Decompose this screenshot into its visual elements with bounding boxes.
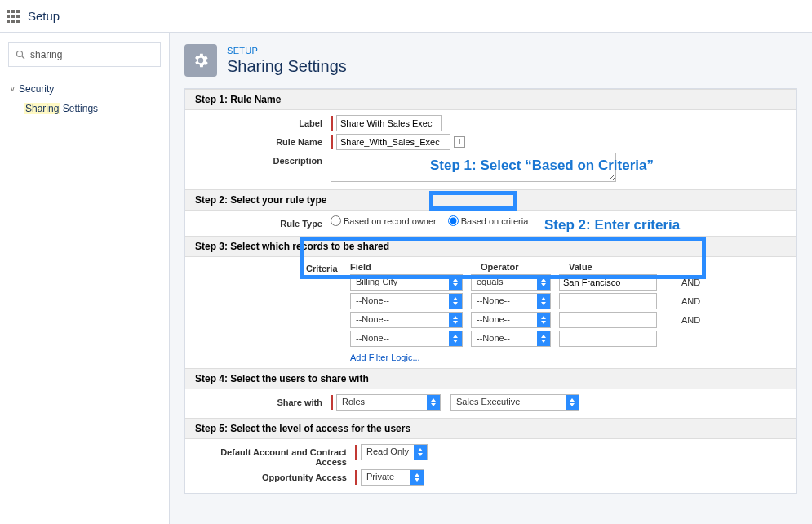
select-arrow-icon [414, 445, 427, 460]
rule-name-field-label: Rule Name [192, 134, 331, 147]
default-account-access-label: Default Account and Contract Access [192, 444, 355, 467]
form-content: Step 1: Select “Based on Criteria” Step … [184, 88, 797, 494]
required-marker [331, 116, 333, 131]
criteria-row: --None----None-- [350, 331, 790, 347]
share-with-category-select[interactable]: Roles [336, 394, 441, 411]
criteria-value-input[interactable] [559, 274, 657, 291]
add-filter-logic-link[interactable]: Add Filter Logic... [350, 353, 420, 362]
opportunity-access-label: Opportunity Access [192, 469, 355, 482]
criteria-operator-select[interactable]: --None-- [471, 293, 551, 309]
select-arrow-icon [449, 294, 462, 309]
chevron-down-icon: ∨ [10, 85, 16, 93]
col-operator: Operator [481, 262, 569, 272]
criteria-operator-select[interactable]: --None-- [471, 331, 551, 347]
default-account-access-select[interactable]: Read Only [361, 444, 428, 460]
svg-point-0 [17, 51, 23, 57]
share-with-value-select[interactable]: Sales Executive [450, 394, 579, 411]
criteria-operator-select[interactable]: --None-- [471, 312, 551, 328]
quick-find-input[interactable] [30, 49, 153, 60]
criteria-row: Billing CityequalsAND [350, 274, 790, 291]
criteria-value-input[interactable] [559, 293, 657, 309]
main-panel: SETUP Sharing Settings Step 1: Select “B… [170, 33, 812, 524]
share-with-label: Share with [192, 394, 331, 407]
step4-header: Step 4: Select the users to share with [185, 368, 796, 389]
select-arrow-icon [427, 395, 440, 410]
svg-line-1 [22, 56, 24, 59]
criteria-field-select[interactable]: --None-- [350, 331, 463, 347]
sidebar-section-security[interactable]: ∨ Security [8, 80, 161, 98]
required-marker [331, 135, 333, 149]
select-arrow-icon [537, 275, 550, 290]
app-launcher-icon[interactable] [7, 10, 20, 23]
criteria-value-input[interactable] [559, 312, 657, 328]
required-marker [331, 395, 333, 410]
criteria-field-select[interactable]: Billing City [350, 274, 463, 291]
and-label: AND [681, 278, 700, 287]
label-field-label: Label [192, 115, 331, 128]
step5-header: Step 5: Select the level of access for t… [185, 418, 796, 439]
page-title: Sharing Settings [227, 57, 347, 76]
rule-type-field-label: Rule Type [192, 215, 331, 229]
select-arrow-icon [566, 395, 579, 410]
info-icon[interactable]: i [454, 136, 465, 148]
criteria-value-input[interactable] [559, 331, 657, 347]
description-field-label: Description [192, 153, 331, 166]
criteria-row: --None----None--AND [350, 293, 790, 309]
required-marker [355, 470, 357, 485]
radio-record-owner[interactable]: Based on record owner [331, 215, 437, 226]
opportunity-access-select[interactable]: Private [361, 469, 424, 486]
step1-header: Step 1: Rule Name [185, 89, 796, 110]
step3-header: Step 3: Select which records to be share… [185, 236, 796, 257]
required-marker [355, 445, 357, 460]
search-icon [16, 50, 25, 60]
select-arrow-icon [537, 313, 550, 327]
select-arrow-icon [449, 331, 462, 346]
criteria-field-select[interactable]: --None-- [350, 293, 463, 309]
topbar: Setup [0, 0, 812, 33]
select-arrow-icon [537, 294, 550, 309]
select-arrow-icon [537, 331, 550, 346]
setup-gear-icon [184, 44, 217, 77]
col-field: Field [350, 262, 481, 272]
and-label: AND [681, 315, 700, 325]
page-header: SETUP Sharing Settings [170, 33, 812, 88]
select-arrow-icon [449, 275, 462, 290]
label-input[interactable] [336, 115, 442, 131]
sidebar-item-sharing-settings[interactable]: Sharing Settings [8, 98, 161, 119]
description-input[interactable] [331, 153, 616, 182]
radio-based-criteria[interactable]: Based on criteria [448, 215, 529, 226]
rule-name-input[interactable] [336, 134, 450, 150]
sidebar: ∨ Security Sharing Settings [0, 33, 170, 524]
select-arrow-icon [410, 470, 424, 485]
col-value: Value [569, 262, 675, 272]
step2-header: Step 2: Select your rule type [185, 189, 796, 211]
criteria-label: Criteria [306, 262, 350, 363]
criteria-row: --None----None--AND [350, 312, 790, 328]
criteria-field-select[interactable]: --None-- [350, 312, 463, 328]
topbar-label: Setup [28, 9, 60, 23]
page-eyebrow: SETUP [227, 46, 347, 56]
criteria-operator-select[interactable]: equals [471, 274, 551, 291]
and-label: AND [681, 296, 700, 306]
select-arrow-icon [449, 313, 462, 327]
quick-find-box[interactable] [8, 42, 161, 67]
